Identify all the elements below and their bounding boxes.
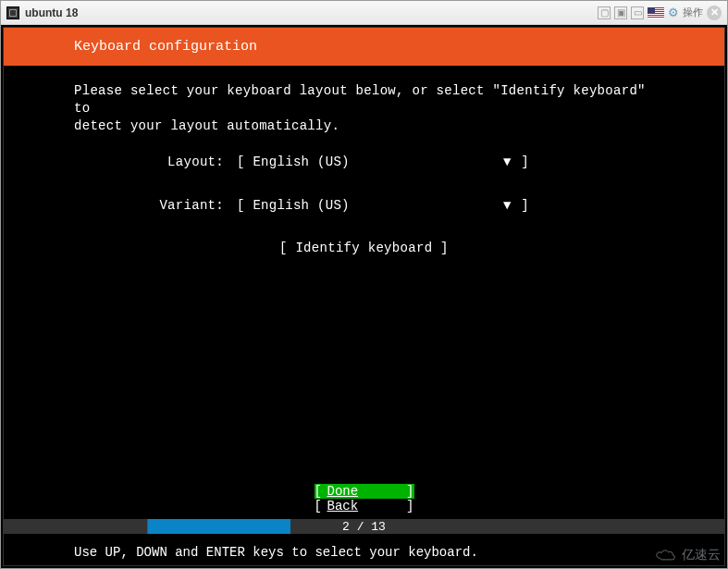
watermark-text: 亿速云 xyxy=(682,547,721,563)
layout-label: Layout: xyxy=(74,154,237,171)
footer-buttons: [ Done ] [ Back ] xyxy=(4,484,724,519)
back-button[interactable]: [ Back ] xyxy=(315,499,414,513)
vm-window: ubuntu 18 ▢ ▣ ▭ ⚙ 操作 ✕ Keyboard configur… xyxy=(0,0,728,569)
back-label: Back xyxy=(327,499,359,513)
chevron-down-icon: ▼ xyxy=(503,155,512,169)
titlebar: ubuntu 18 ▢ ▣ ▭ ⚙ 操作 ✕ xyxy=(1,1,727,25)
progress-fill xyxy=(147,519,290,534)
us-flag-icon[interactable] xyxy=(648,7,664,19)
action-menu[interactable]: 操作 xyxy=(683,6,703,19)
layout-value: English (US) xyxy=(237,154,350,171)
layout-row: Layout: English (US) ▼ xyxy=(74,154,654,171)
progress-text: 2 / 13 xyxy=(342,520,386,534)
variant-label: Variant: xyxy=(74,197,237,215)
window-title: ubuntu 18 xyxy=(25,6,78,19)
watermark: 亿速云 xyxy=(654,547,721,563)
content-area: Please select your keyboard layout below… xyxy=(4,66,724,484)
hint-text: Use UP, DOWN and ENTER keys to select yo… xyxy=(4,534,724,565)
cloud-icon xyxy=(654,547,678,563)
variant-value: English (US) xyxy=(237,197,350,215)
done-button[interactable]: [ Done ] xyxy=(315,484,414,499)
variant-row: Variant: English (US) ▼ xyxy=(74,197,654,215)
vm-screen-icon[interactable]: ▢ xyxy=(598,6,611,19)
instruction-text: Please select your keyboard layout below… xyxy=(74,82,654,135)
done-label: Done xyxy=(327,484,359,499)
layout-dropdown[interactable]: English (US) ▼ xyxy=(237,154,529,171)
vm-snapshot-icon[interactable]: ▣ xyxy=(614,6,627,19)
header-text: Keyboard configuration xyxy=(74,39,257,55)
app-icon xyxy=(6,6,19,19)
vm-display: Keyboard configuration Please select you… xyxy=(1,25,727,568)
identify-row: Identify keyboard xyxy=(74,240,654,257)
gear-icon[interactable]: ⚙ xyxy=(668,6,679,19)
variant-dropdown[interactable]: English (US) ▼ xyxy=(237,197,529,215)
installer-screen: Keyboard configuration Please select you… xyxy=(3,27,725,566)
titlebar-controls: ▢ ▣ ▭ ⚙ 操作 ✕ xyxy=(598,6,722,20)
close-icon[interactable]: ✕ xyxy=(707,6,722,20)
identify-keyboard-button[interactable]: Identify keyboard xyxy=(279,241,449,255)
progress-bar: 2 / 13 xyxy=(4,519,724,534)
vm-fullscreen-icon[interactable]: ▭ xyxy=(631,6,644,19)
page-title: Keyboard configuration xyxy=(4,28,724,66)
chevron-down-icon: ▼ xyxy=(503,198,512,213)
